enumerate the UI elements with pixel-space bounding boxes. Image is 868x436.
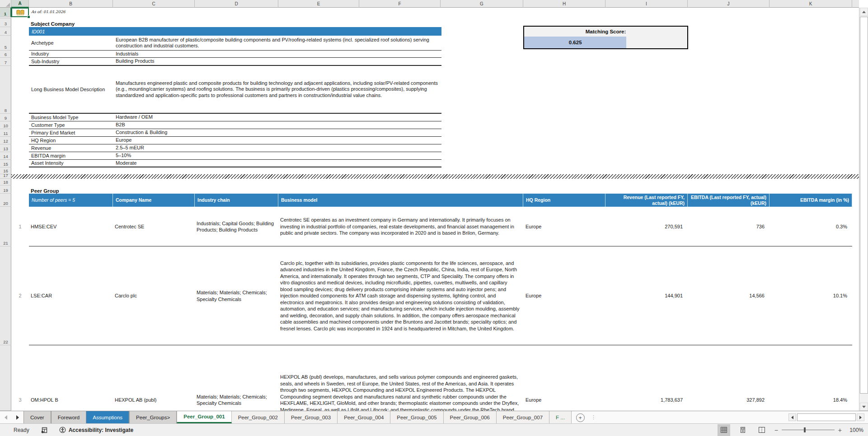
column-header-F[interactable]: F <box>359 0 441 8</box>
subject-field-value[interactable]: Building Products <box>116 58 439 65</box>
peer-cell-ticker[interactable]: OM:HPOL B <box>31 345 112 411</box>
peer-header-margin[interactable]: EBITDA margin (in %) <box>769 194 852 207</box>
peer-cell-hq[interactable]: Europe <box>525 345 575 411</box>
row-header-18[interactable]: 18 <box>0 179 11 186</box>
peer-cell-company[interactable]: HEXPOL AB (publ) <box>115 345 194 411</box>
peer-header-ebitda[interactable]: EBITDA (Last reported FY, actual) (kEUR) <box>688 194 769 207</box>
subject-field-label[interactable]: Industry <box>31 51 111 57</box>
sheet-tab-cover[interactable]: Cover <box>23 411 51 423</box>
active-cell-a1[interactable] <box>11 8 29 17</box>
hscroll-right-button[interactable] <box>857 413 864 421</box>
row-header-15[interactable]: 15 <box>0 160 11 167</box>
subject-field-label[interactable]: Archetype <box>31 36 111 50</box>
peer-cell-hq[interactable]: Europe <box>525 246 575 345</box>
row-header-14[interactable]: 14 <box>0 152 11 160</box>
peer-header-industry[interactable]: Industry chain <box>195 194 278 207</box>
accessibility-status-button[interactable]: Accessibility: Investigate <box>59 427 133 433</box>
column-header-I[interactable]: I <box>605 0 688 8</box>
macro-record-button[interactable] <box>41 427 47 433</box>
normal-view-button[interactable] <box>718 424 730 436</box>
column-header-K[interactable]: K <box>769 0 852 8</box>
column-header-A[interactable]: A <box>11 0 29 8</box>
tab-overflow-dots-icon[interactable]: ⋮ <box>591 411 596 423</box>
subject-field-label[interactable]: EBITDA margin <box>31 152 111 159</box>
row-header-4[interactable]: 4 <box>0 27 11 36</box>
sheet-tab-peer-group-007[interactable]: Peer_Group_007 <box>497 411 549 423</box>
scroll-up-button[interactable] <box>860 8 868 16</box>
peer-cell-business[interactable]: HEXPOL AB (publ) develops, manufactures,… <box>280 345 520 411</box>
row-header-13[interactable]: 13 <box>0 144 11 152</box>
peer-row-2[interactable]: 2LSE:CARCarclo plcMaterials; Materials; … <box>11 246 859 345</box>
row-header-1[interactable]: 1 <box>0 8 11 17</box>
peer-cell-revenue[interactable]: 144,901 <box>605 246 685 345</box>
column-header-H[interactable]: H <box>523 0 605 8</box>
row-header-3[interactable]: 3 <box>0 19 11 27</box>
subject-field-label[interactable]: Business Model Type <box>31 114 111 121</box>
tab-scroll-left-button[interactable] <box>0 411 12 423</box>
peer-cell-ebitda[interactable]: 736 <box>688 207 767 246</box>
row-header-22[interactable]: 22 <box>0 246 11 345</box>
vertical-scrollbar-thumb[interactable] <box>860 17 868 394</box>
peer-cell-num[interactable]: 1 <box>11 207 29 246</box>
page-layout-view-button[interactable] <box>737 424 749 436</box>
subject-field-label[interactable]: Sub-Industry <box>31 58 111 65</box>
peer-cell-business[interactable]: Carclo plc, together with its subsidiari… <box>280 246 520 345</box>
row-header-9[interactable]: 9 <box>0 114 11 121</box>
peer-cell-ticker[interactable]: HMSE:CEV <box>31 207 112 246</box>
sheet-tab-peer-group-005[interactable]: Peer_Group_005 <box>390 411 443 423</box>
peer-cell-company[interactable]: Centrotec SE <box>115 207 194 246</box>
subject-field-label[interactable]: Customer Type <box>31 121 111 129</box>
as-of-date[interactable]: As of: 01.01.2026 <box>31 9 66 14</box>
zoom-slider-track[interactable] <box>782 430 835 430</box>
subject-field-label[interactable]: Asset Intensity <box>31 160 111 167</box>
peer-cell-margin[interactable]: 0.3% <box>769 207 850 246</box>
sheet-tab-f[interactable]: F ... <box>549 411 572 423</box>
new-sheet-button[interactable]: + <box>576 413 585 422</box>
row-header-hidden[interactable] <box>0 345 11 411</box>
subject-field-value[interactable]: Hardware / OEM <box>116 114 439 121</box>
peer-cell-industry[interactable]: Industrials; Capital Goods; Building Pro… <box>197 207 277 246</box>
zoom-in-button[interactable]: + <box>838 427 842 433</box>
peer-cell-ebitda[interactable]: 327,892 <box>688 345 767 411</box>
peer-header-revenue[interactable]: Revenue (Last reported FY, actual) (kEUR… <box>605 194 688 207</box>
matching-score-bar[interactable]: 0.625 <box>524 37 687 48</box>
row-header-10[interactable]: 10 <box>0 121 11 129</box>
horizontal-scrollbar-track[interactable] <box>797 413 856 421</box>
scroll-down-button[interactable] <box>860 403 868 411</box>
sheet-tab-peer-group-001[interactable]: Peer_Group_001 <box>177 411 231 423</box>
column-header-C[interactable]: C <box>113 0 195 8</box>
subject-company-title[interactable]: Subject Company <box>31 19 75 27</box>
zoom-out-button[interactable]: − <box>774 427 778 433</box>
peer-cell-business[interactable]: Centrotec SE operates as an investment c… <box>280 207 520 246</box>
subject-field-value[interactable]: Moderate <box>116 160 439 167</box>
subject-field-value[interactable]: Europe <box>116 137 439 144</box>
zoom-level[interactable]: 100% <box>848 427 863 433</box>
peer-header-company[interactable]: Company Name <box>113 194 195 207</box>
peer-header-peers[interactable]: Number of peers = 5 <box>29 194 113 207</box>
sheet-tab-assumptions[interactable]: Assumptions <box>86 411 129 423</box>
tab-scroll-right-button[interactable] <box>12 411 23 423</box>
peer-cell-margin[interactable]: 18.4% <box>769 345 850 411</box>
subject-field-value[interactable]: Construction & Building <box>116 129 439 136</box>
sheet-tab-peer-group-006[interactable]: Peer_Group_006 <box>444 411 497 423</box>
page-break-preview-button[interactable] <box>755 424 768 436</box>
subject-field-value[interactable]: 5–10% <box>116 152 439 159</box>
peer-cell-revenue[interactable]: 270,591 <box>605 207 685 246</box>
sheet-tab-peer-groups[interactable]: Peer_Groups> <box>129 411 177 423</box>
peer-cell-ebitda[interactable]: 14,566 <box>688 246 767 345</box>
peer-cell-company[interactable]: Carclo plc <box>115 246 194 345</box>
row-header-6[interactable]: 6 <box>0 51 11 58</box>
column-header-J[interactable]: J <box>688 0 769 8</box>
column-header-D[interactable]: D <box>195 0 278 8</box>
subject-field-label[interactable]: HQ Region <box>31 137 111 144</box>
matching-score-label[interactable]: Matching Score: <box>524 27 687 37</box>
hscroll-left-button[interactable] <box>788 413 796 421</box>
vertical-scrollbar[interactable] <box>859 8 868 411</box>
column-header-B[interactable]: B <box>29 0 113 8</box>
peer-cell-num[interactable]: 2 <box>11 246 29 345</box>
peer-header-hq[interactable]: HQ Region <box>523 194 605 207</box>
peer-group-title[interactable]: Peer Group <box>31 186 59 194</box>
subject-field-label[interactable]: Revenue <box>31 144 111 152</box>
row-header-7[interactable]: 7 <box>0 58 11 66</box>
column-header-G[interactable]: G <box>441 0 523 8</box>
